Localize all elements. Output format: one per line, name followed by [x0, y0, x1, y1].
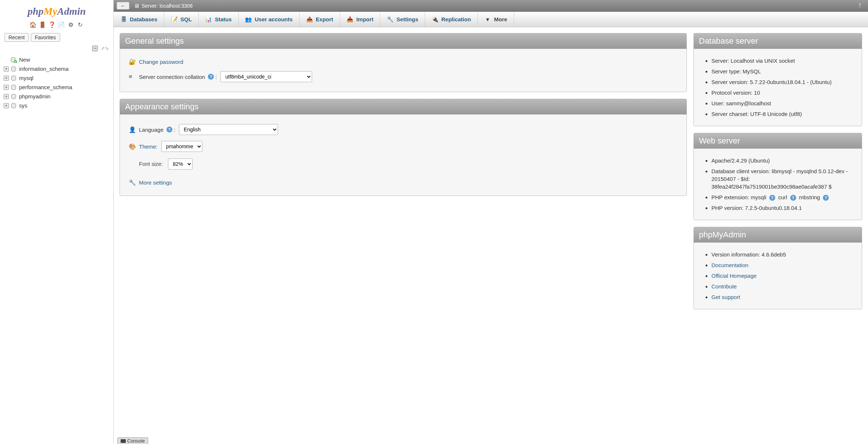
nav-settings-icon[interactable]: ⚙	[67, 21, 74, 29]
webserver-info-item: PHP version: 7.2.5-0ubuntu0.18.04.1	[711, 203, 853, 213]
change-password-link[interactable]: Change password	[139, 59, 183, 65]
collation-select[interactable]: utf8mb4_unicode_ci	[220, 71, 312, 82]
homepage-link[interactable]: Official Homepage	[711, 273, 757, 279]
server-info-item: User: sammy@localhost	[711, 98, 853, 109]
tab-settings[interactable]: 🔧Settings	[380, 12, 425, 27]
db-item-phpmyadmin[interactable]: + phpmyadmin	[3, 92, 113, 101]
server-info-item: Server type: MySQL	[711, 66, 853, 77]
top-menu: 🗄Databases 📝SQL 📊Status 👥User accounts 📤…	[114, 12, 868, 27]
db-label: phpmyadmin	[19, 93, 51, 99]
theme-select[interactable]: pmahomme	[161, 141, 202, 152]
tab-replication[interactable]: 🔌Replication	[425, 12, 478, 27]
logout-icon[interactable]: 🚪	[39, 21, 46, 29]
db-label: sys	[19, 102, 28, 109]
nav-link-icon[interactable]: ⬀⬂	[101, 46, 107, 49]
chevron-down-icon: ▾	[484, 16, 491, 23]
sql-docs-icon[interactable]: 📄	[58, 21, 65, 29]
panel-title: Web server	[694, 133, 862, 149]
collapse-panel-icon[interactable]: ⤒	[857, 2, 865, 9]
phpmyadmin-panel: phpMyAdmin Version information: 4.6.6deb…	[693, 227, 862, 309]
db-label: information_schema	[19, 66, 69, 72]
password-icon: 🔐	[129, 58, 136, 65]
nav-toolbar: 🏠 🚪 ❓ 📄 ⚙ ↻	[0, 19, 113, 31]
main-content: ← 🖥 Server: localhost:3306 ⤒ 🗄Databases …	[114, 0, 868, 444]
expand-icon[interactable]: +	[4, 76, 9, 81]
language-select[interactable]: English	[179, 124, 278, 135]
fontsize-select[interactable]: 82%	[168, 159, 193, 170]
webserver-info-item: Apache/2.4.29 (Ubuntu)	[711, 155, 853, 166]
fontsize-label: Font size:	[139, 161, 163, 167]
support-link[interactable]: Get support	[711, 294, 740, 300]
documentation-link[interactable]: Documentation	[711, 262, 748, 268]
databases-icon: 🗄	[120, 16, 127, 23]
recent-tab[interactable]: Recent	[4, 33, 29, 42]
console-toggle[interactable]: Console	[117, 437, 148, 444]
breadcrumb-bar: ← 🖥 Server: localhost:3306 ⤒	[114, 0, 868, 12]
webserver-info-item: Database client version: libmysql - mysq…	[711, 166, 853, 192]
sql-icon: 📝	[171, 16, 177, 23]
database-icon	[10, 75, 17, 81]
navigation-sidebar: phpMyAdmin 🏠 🚪 ❓ 📄 ⚙ ↻ Recent Favorites …	[0, 0, 114, 444]
favorites-tab[interactable]: Favorites	[31, 33, 60, 42]
new-database-link[interactable]: New	[3, 55, 113, 64]
collapse-all-icon[interactable]: −	[92, 46, 98, 51]
reload-icon[interactable]: ↻	[77, 21, 84, 29]
tab-status[interactable]: 📊Status	[199, 12, 239, 27]
new-db-icon	[10, 57, 17, 63]
database-server-panel: Database server Server: Localhost via UN…	[693, 33, 862, 126]
server-info-item: Server version: 5.7.22-0ubuntu18.04.1 - …	[711, 77, 853, 87]
docs-icon[interactable]: ❓	[48, 21, 56, 29]
db-item-performance-schema[interactable]: + performance_schema	[3, 83, 113, 92]
expand-icon[interactable]: +	[4, 66, 9, 72]
back-button[interactable]: ←	[117, 2, 129, 10]
tab-user-accounts[interactable]: 👥User accounts	[239, 12, 300, 27]
server-icon: 🖥	[134, 3, 139, 9]
status-icon: 📊	[205, 16, 212, 23]
db-item-information-schema[interactable]: + information_schema	[3, 64, 113, 73]
settings-icon: 🔧	[387, 16, 393, 23]
general-settings-panel: General settings 🔐 Change password ≡ Ser…	[120, 33, 687, 92]
help-icon[interactable]: ?	[166, 127, 172, 132]
panel-title: Appearance settings	[120, 99, 686, 114]
db-label: performance_schema	[19, 84, 72, 90]
server-breadcrumb[interactable]: Server: localhost:3306	[142, 3, 193, 9]
webserver-info-item: PHP extension: mysqli ? curl ? mbstring …	[711, 192, 853, 203]
web-server-panel: Web server Apache/2.4.29 (Ubuntu) Databa…	[693, 133, 862, 220]
wrench-icon: 🔧	[129, 179, 136, 186]
db-item-mysql[interactable]: + mysql	[3, 73, 113, 83]
help-icon[interactable]: ?	[790, 195, 796, 201]
language-label: Language	[139, 127, 164, 133]
panel-title: Database server	[694, 33, 862, 49]
export-icon: 📤	[306, 16, 313, 23]
version-info: Version information: 4.6.6deb5	[711, 249, 853, 260]
help-icon[interactable]: ?	[823, 195, 829, 201]
server-info-item: Server charset: UTF-8 Unicode (utf8)	[711, 109, 853, 119]
home-icon[interactable]: 🏠	[29, 21, 37, 29]
theme-icon: 🎨	[129, 143, 136, 150]
tab-sql[interactable]: 📝SQL	[164, 12, 199, 27]
users-icon: 👥	[245, 16, 252, 23]
panel-title: phpMyAdmin	[694, 227, 862, 243]
database-icon	[10, 94, 17, 99]
collation-icon: ≡	[129, 73, 136, 80]
help-icon[interactable]: ?	[769, 195, 775, 201]
nav-tabs: Recent Favorites	[0, 31, 113, 44]
database-icon	[10, 84, 17, 90]
expand-icon[interactable]: +	[4, 94, 9, 99]
logo[interactable]: phpMyAdmin	[0, 2, 113, 19]
tab-import[interactable]: 📥Import	[340, 12, 381, 27]
panel-title: General settings	[120, 33, 686, 49]
expand-icon[interactable]: +	[4, 103, 9, 108]
replication-icon: 🔌	[432, 16, 438, 23]
tab-databases[interactable]: 🗄Databases	[114, 12, 164, 27]
tab-export[interactable]: 📤Export	[300, 12, 340, 27]
help-icon[interactable]: ?	[208, 74, 214, 80]
db-item-sys[interactable]: + sys	[3, 101, 113, 110]
tab-more[interactable]: ▾More	[478, 12, 514, 27]
database-icon	[10, 66, 17, 72]
contribute-link[interactable]: Contribute	[711, 283, 737, 290]
db-label: mysql	[19, 75, 33, 81]
expand-icon[interactable]: +	[4, 85, 9, 90]
more-settings-link[interactable]: More settings	[139, 179, 172, 186]
theme-label[interactable]: Theme:	[139, 143, 158, 150]
